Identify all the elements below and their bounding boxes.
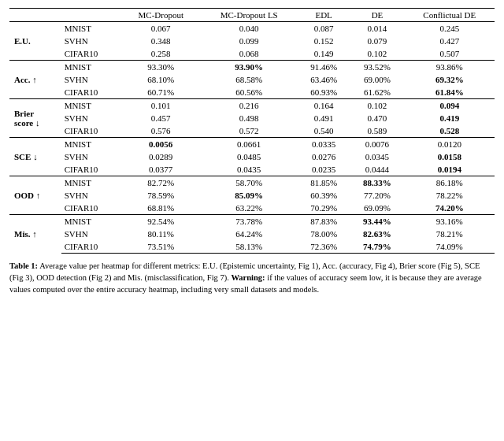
data-cell: 80.11%: [121, 228, 201, 240]
table-row: SVHN0.3480.0990.1520.0790.427: [9, 35, 495, 47]
data-cell: 0.099: [201, 35, 298, 47]
table-row: OOD ↑MNIST82.72%58.70%81.85%88.33%86.18%: [9, 176, 495, 190]
data-cell: 58.13%: [201, 240, 298, 254]
data-cell: 82.63%: [350, 228, 404, 240]
data-cell: 0.0289: [121, 150, 201, 163]
table-row: Acc. ↑MNIST93.30%93.90%91.46%93.52%93.86…: [9, 61, 495, 74]
data-cell: 0.094: [405, 99, 495, 113]
data-cell: 68.10%: [121, 73, 201, 86]
table-row: SVHN0.02890.04850.02760.03450.0158: [9, 150, 495, 163]
dataset-label: CIFAR10: [61, 202, 121, 215]
table-row: CIFAR1060.71%60.56%60.93%61.62%61.84%: [9, 86, 495, 99]
table-row: CIFAR100.03770.04350.02350.04440.0194: [9, 163, 495, 176]
data-cell: 0.102: [350, 99, 404, 113]
dataset-label: MNIST: [61, 99, 121, 113]
data-cell: 0.348: [121, 35, 201, 47]
data-cell: 0.0276: [298, 150, 350, 163]
dataset-label: CIFAR10: [61, 124, 121, 138]
data-cell: 93.90%: [201, 61, 298, 74]
data-cell: 69.32%: [405, 73, 495, 86]
data-cell: 0.0056: [121, 138, 201, 151]
dataset-label: CIFAR10: [61, 86, 121, 99]
dataset-label: MNIST: [61, 22, 121, 35]
table-row: CIFAR100.2580.0680.1490.1020.507: [9, 47, 495, 61]
caption-label: Table 1:: [9, 261, 38, 270]
data-cell: 0.0120: [405, 138, 495, 151]
table-row: SVHN80.11%64.24%78.00%82.63%78.21%: [9, 228, 495, 240]
table-caption: Table 1: Average value per heatmap for d…: [9, 260, 495, 296]
metric-label: E.U.: [9, 22, 61, 61]
data-cell: 92.54%: [121, 215, 201, 228]
data-cell: 86.18%: [405, 176, 495, 190]
col-mc-dropout-header: MC-Dropout: [121, 9, 201, 22]
data-cell: 68.58%: [201, 73, 298, 86]
metric-label: Acc. ↑: [9, 61, 61, 99]
data-cell: 88.33%: [350, 176, 404, 190]
data-cell: 85.09%: [201, 189, 298, 202]
data-cell: 74.20%: [405, 202, 495, 215]
table-row: CIFAR1068.81%63.22%70.29%69.09%74.20%: [9, 202, 495, 215]
data-cell: 60.56%: [201, 86, 298, 99]
data-cell: 77.20%: [350, 189, 404, 202]
data-cell: 0.0194: [405, 163, 495, 176]
data-cell: 87.83%: [298, 215, 350, 228]
data-cell: 0.457: [121, 112, 201, 124]
dataset-label: MNIST: [61, 61, 121, 74]
data-cell: 0.419: [405, 112, 495, 124]
data-cell: 0.149: [298, 47, 350, 61]
data-cell: 0.0435: [201, 163, 298, 176]
data-cell: 0.040: [201, 22, 298, 35]
data-cell: 0.491: [298, 112, 350, 124]
data-cell: 0.014: [350, 22, 404, 35]
table-row: E.U.MNIST0.0670.0400.0870.0140.245: [9, 22, 495, 35]
metric-label: SCE ↓: [9, 138, 61, 176]
data-cell: 58.70%: [201, 176, 298, 190]
table-row: SVHN68.10%68.58%63.46%69.00%69.32%: [9, 73, 495, 86]
data-cell: 72.36%: [298, 240, 350, 254]
data-cell: 0.079: [350, 35, 404, 47]
data-cell: 0.245: [405, 22, 495, 35]
dataset-label: CIFAR10: [61, 240, 121, 254]
data-cell: 0.258: [121, 47, 201, 61]
dataset-label: SVHN: [61, 35, 121, 47]
col-dataset-header: [61, 9, 121, 22]
data-cell: 63.46%: [298, 73, 350, 86]
data-cell: 0.0076: [350, 138, 404, 151]
data-cell: 0.576: [121, 124, 201, 138]
data-cell: 0.0377: [121, 163, 201, 176]
data-cell: 0.164: [298, 99, 350, 113]
data-cell: 0.101: [121, 99, 201, 113]
data-cell: 61.84%: [405, 86, 495, 99]
data-cell: 0.498: [201, 112, 298, 124]
data-cell: 60.93%: [298, 86, 350, 99]
data-cell: 63.22%: [201, 202, 298, 215]
data-cell: 0.067: [121, 22, 201, 35]
data-cell: 0.0335: [298, 138, 350, 151]
data-cell: 64.24%: [201, 228, 298, 240]
data-cell: 73.51%: [121, 240, 201, 254]
dataset-label: SVHN: [61, 150, 121, 163]
data-cell: 93.44%: [350, 215, 404, 228]
data-cell: 69.09%: [350, 202, 404, 215]
col-conflictual-de-header: Conflictual DE: [405, 9, 495, 22]
data-cell: 82.72%: [121, 176, 201, 190]
metric-label: Mis. ↑: [9, 215, 61, 254]
data-cell: 70.29%: [298, 202, 350, 215]
data-cell: 74.09%: [405, 240, 495, 254]
data-cell: 93.52%: [350, 61, 404, 74]
dataset-label: CIFAR10: [61, 163, 121, 176]
dataset-label: MNIST: [61, 176, 121, 190]
table-row: CIFAR1073.51%58.13%72.36%74.79%74.09%: [9, 240, 495, 254]
table-row: SCE ↓MNIST0.00560.06610.03350.00760.0120: [9, 138, 495, 151]
data-cell: 0.470: [350, 112, 404, 124]
data-cell: 78.00%: [298, 228, 350, 240]
table-row: Mis. ↑MNIST92.54%73.78%87.83%93.44%93.16…: [9, 215, 495, 228]
results-table: MC-Dropout MC-Dropout LS EDL DE Conflict…: [9, 8, 495, 254]
data-cell: 78.21%: [405, 228, 495, 240]
data-cell: 91.46%: [298, 61, 350, 74]
data-cell: 0.540: [298, 124, 350, 138]
data-cell: 93.16%: [405, 215, 495, 228]
dataset-label: MNIST: [61, 215, 121, 228]
data-cell: 0.0485: [201, 150, 298, 163]
col-metric-header: [9, 9, 61, 22]
